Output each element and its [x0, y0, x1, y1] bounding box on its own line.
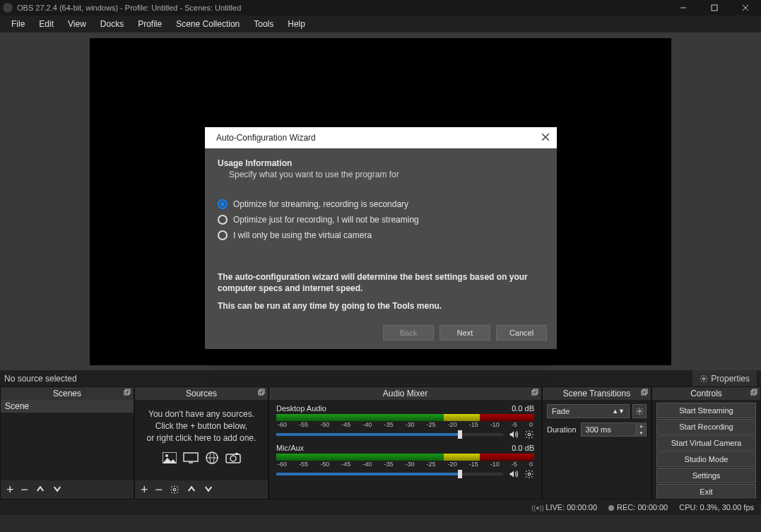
- status-rec: REC: 00:00:00: [608, 503, 668, 512]
- exit-button[interactable]: Exit: [656, 484, 756, 499]
- transition-selected: Fade: [552, 407, 570, 415]
- properties-label: Properties: [711, 374, 750, 384]
- wizard-desc-1: The auto-configuration wizard will deter…: [218, 271, 544, 294]
- wizard-option-label: Optimize for streaming, recording is sec…: [233, 199, 408, 209]
- wizard-close-button[interactable]: [541, 133, 550, 143]
- duration-spinner[interactable]: 300 ms ▲▼: [581, 422, 647, 437]
- wizard-option-1[interactable]: Optimize just for recording, I will not …: [218, 212, 544, 227]
- speaker-icon[interactable]: [507, 430, 520, 439]
- chevron-updown-icon: ▲▼: [612, 408, 625, 415]
- add-scene-button[interactable]: +: [6, 483, 14, 497]
- sources-empty-l1: You don't have any sources.: [141, 408, 262, 420]
- scene-up-button[interactable]: [35, 484, 45, 496]
- source-down-button[interactable]: [203, 484, 213, 496]
- status-live: LIVE: 00:00:00: [531, 503, 597, 512]
- wizard-cancel-button[interactable]: Cancel: [496, 325, 547, 341]
- speaker-icon[interactable]: [507, 469, 520, 479]
- source-properties-button[interactable]: [170, 485, 179, 495]
- scene-down-button[interactable]: [52, 484, 62, 496]
- audio-track: Mic/Aux0.0 dB -60-55-50-45-40-35-30-25-2…: [269, 439, 541, 479]
- menu-tools[interactable]: Tools: [247, 17, 281, 31]
- remove-scene-button[interactable]: −: [21, 483, 29, 497]
- wizard-back-button[interactable]: Back: [383, 325, 434, 341]
- svg-point-22: [528, 433, 531, 436]
- menu-edit[interactable]: Edit: [32, 17, 61, 31]
- spin-down-icon[interactable]: ▼: [636, 430, 646, 437]
- svg-point-19: [173, 488, 176, 491]
- close-button[interactable]: [730, 0, 761, 16]
- studio-mode-button[interactable]: Studio Mode: [656, 451, 756, 467]
- duration-value: 300 ms: [582, 425, 636, 434]
- wizard-title: Auto-Configuration Wizard: [212, 133, 541, 143]
- menu-view[interactable]: View: [61, 17, 93, 31]
- svg-rect-27: [751, 391, 755, 395]
- transitions-title: Scene Transitions: [563, 389, 630, 398]
- wizard-subtitle: Specify what you want to use the program…: [218, 170, 544, 179]
- minimize-button[interactable]: [668, 0, 699, 16]
- popout-icon[interactable]: [258, 389, 265, 396]
- svg-point-23: [528, 473, 531, 475]
- auto-config-wizard: Auto-Configuration Wizard Usage Informat…: [205, 127, 557, 349]
- image-source-icon: [162, 451, 177, 465]
- properties-button[interactable]: Properties: [692, 370, 757, 386]
- sources-body[interactable]: You don't have any sources. Click the + …: [135, 400, 268, 480]
- wizard-option-0[interactable]: Optimize for streaming, recording is sec…: [218, 196, 544, 212]
- radio-icon: [218, 215, 228, 225]
- popout-icon[interactable]: [531, 389, 538, 396]
- spin-up-icon[interactable]: ▲: [636, 422, 646, 430]
- wizard-option-label: I will only be using the virtual camera: [233, 230, 372, 240]
- sources-empty-l3: or right click here to add one.: [141, 432, 262, 444]
- transition-properties-button[interactable]: [632, 404, 647, 418]
- audio-track-name: Mic/Aux: [276, 444, 304, 452]
- audio-mixer-panel: Audio Mixer Desktop Audio0.0 dB -60-55-5…: [269, 386, 542, 500]
- svg-point-17: [230, 456, 236, 461]
- menu-profile[interactable]: Profile: [131, 17, 169, 31]
- wizard-desc-2: This can be run at any time by going to …: [218, 301, 544, 311]
- sources-title: Sources: [186, 389, 217, 398]
- audio-meter: [276, 454, 534, 461]
- svg-rect-20: [532, 391, 536, 395]
- window-title: OBS 27.2.4 (64-bit, windows) - Profile: …: [17, 4, 668, 12]
- menu-scene-collection[interactable]: Scene Collection: [169, 17, 247, 31]
- scene-transitions-panel: Scene Transitions Fade ▲▼ Duration 300 m…: [542, 386, 651, 500]
- popout-icon[interactable]: [641, 389, 648, 396]
- wizard-next-button[interactable]: Next: [440, 325, 490, 341]
- start-virtual-camera-button[interactable]: Start Virtual Camera: [656, 435, 756, 451]
- start-streaming-button[interactable]: Start Streaming: [656, 403, 756, 418]
- radio-icon: [218, 199, 228, 209]
- maximize-button[interactable]: [699, 0, 730, 16]
- settings-button[interactable]: Settings: [656, 468, 756, 483]
- svg-point-26: [639, 410, 641, 413]
- gear-icon: [635, 407, 644, 415]
- scene-item[interactable]: Scene: [1, 400, 134, 413]
- volume-slider[interactable]: [276, 433, 503, 436]
- source-toolbar: No source selected Properties: [0, 370, 761, 386]
- svg-rect-8: [260, 389, 264, 394]
- status-bar: LIVE: 00:00:00 REC: 00:00:00 CPU: 0.3%, …: [0, 500, 761, 515]
- svg-rect-25: [643, 389, 647, 394]
- obs-logo-icon: [3, 3, 13, 13]
- gear-icon[interactable]: [524, 430, 534, 439]
- menu-docks[interactable]: Docks: [93, 17, 131, 31]
- start-recording-button[interactable]: Start Recording: [656, 419, 756, 435]
- menu-help[interactable]: Help: [281, 17, 312, 31]
- add-source-button[interactable]: +: [141, 483, 148, 497]
- svg-rect-7: [259, 391, 263, 395]
- menu-file[interactable]: File: [4, 17, 32, 31]
- no-source-label: No source selected: [0, 374, 692, 384]
- remove-source-button[interactable]: −: [155, 483, 163, 497]
- audio-meter: [276, 414, 534, 421]
- radio-icon: [218, 230, 228, 240]
- volume-slider[interactable]: [276, 473, 503, 475]
- source-up-button[interactable]: [187, 484, 196, 496]
- wizard-option-2[interactable]: I will only be using the virtual camera: [218, 227, 544, 243]
- controls-title: Controls: [690, 389, 722, 398]
- popout-icon[interactable]: [750, 389, 757, 396]
- gear-icon[interactable]: [524, 469, 534, 479]
- svg-rect-11: [184, 453, 198, 461]
- popout-icon[interactable]: [124, 389, 131, 396]
- svg-rect-5: [124, 391, 129, 395]
- sources-panel: Sources You don't have any sources. Clic…: [134, 386, 269, 500]
- transition-select[interactable]: Fade ▲▼: [547, 404, 630, 418]
- camera-source-icon: [225, 451, 241, 465]
